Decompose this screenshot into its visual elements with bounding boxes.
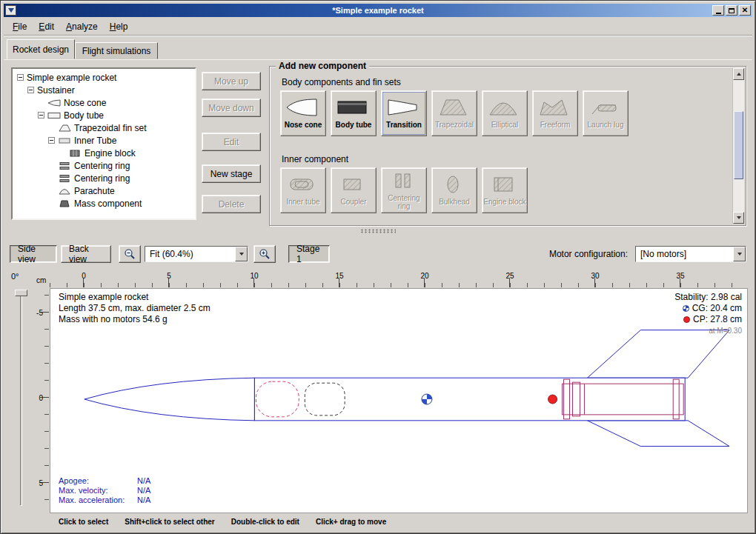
tree-item-rocket[interactable]: Simple example rocket <box>14 71 193 84</box>
zoom-select[interactable]: Fit (60.4%) <box>145 246 248 262</box>
add-inner-tube-button[interactable]: Inner tube <box>280 167 326 213</box>
tree-item-inner-tube[interactable]: Inner Tube <box>14 134 193 147</box>
tree-item-centering-ring-2[interactable]: Centering ring <box>14 172 193 184</box>
hint-click-drag: Click+ drag to move <box>316 518 386 526</box>
collapse-icon[interactable] <box>27 87 34 93</box>
side-view-button[interactable]: Side view <box>10 245 57 263</box>
trapezoidal-fin-icon <box>437 98 469 117</box>
add-launch-lug-button[interactable]: Launch lug <box>583 90 629 136</box>
inner-tube-icon <box>285 175 318 194</box>
zoom-in-button[interactable] <box>253 245 276 263</box>
new-stage-button[interactable]: New stage <box>202 164 261 183</box>
motor-configuration-select[interactable]: [No motors] <box>635 246 746 262</box>
splitter-handle[interactable] <box>1 227 755 235</box>
tree-item-engine-block[interactable]: Engine block <box>14 147 193 159</box>
stage-1-toggle[interactable]: Stage 1 <box>288 245 330 263</box>
ruler-tick-label: 35 <box>676 272 684 280</box>
engine-block-icon <box>68 150 82 157</box>
add-centering-ring-button[interactable]: Centering ring <box>381 167 427 213</box>
add-engine-block-button[interactable]: Engine block <box>482 167 528 213</box>
maximize-button[interactable] <box>726 5 737 16</box>
rotation-slider-track[interactable] <box>20 291 22 506</box>
scroll-up-button[interactable] <box>733 68 744 80</box>
hint-double-click: Double-click to edit <box>231 518 299 526</box>
zoom-out-button[interactable] <box>119 245 141 263</box>
cp-icon <box>683 316 690 323</box>
parachute-icon <box>58 187 71 195</box>
stability-value: Stability: 2.98 cal <box>674 292 742 303</box>
motor-configuration-value: [No motors] <box>636 247 733 261</box>
nose-cone-icon <box>47 99 61 107</box>
move-up-button[interactable]: Move up <box>202 72 261 90</box>
move-down-button[interactable]: Move down <box>202 99 261 117</box>
hint-click-select: Click to select <box>59 518 108 526</box>
tree-item-trapezoidal-fin-set[interactable]: Trapezoidal fin set <box>14 121 193 134</box>
back-view-button[interactable]: Back view <box>61 245 111 263</box>
window-menu-icon[interactable] <box>5 5 16 16</box>
delete-button[interactable]: Delete <box>202 195 261 213</box>
scroll-down-button[interactable] <box>733 212 744 224</box>
motor-configuration-label: Motor configuration: <box>549 249 628 259</box>
collapse-icon[interactable] <box>38 112 44 119</box>
hint-shift-click: Shift+click to select other <box>125 518 214 526</box>
tab-rocket-design[interactable]: Rocket design <box>7 39 75 59</box>
cp-value: CP: 27.8 cm <box>693 314 742 325</box>
tree-item-nose-cone[interactable]: Nose cone <box>14 96 193 109</box>
close-button[interactable]: ✕ <box>739 5 751 16</box>
chevron-down-icon[interactable] <box>733 247 746 261</box>
minimize-button[interactable] <box>712 5 724 16</box>
collapse-icon[interactable] <box>48 137 55 144</box>
component-panel-scrollbar[interactable] <box>732 68 744 224</box>
rotation-slider-handle[interactable] <box>15 290 27 296</box>
menu-help[interactable]: Help <box>104 20 134 33</box>
tree-item-centering-ring-1[interactable]: Centering ring <box>14 159 193 172</box>
chevron-down-icon[interactable] <box>235 247 248 261</box>
zoom-select-value: Fit (60.4%) <box>145 247 235 261</box>
add-coupler-button[interactable]: Coupler <box>331 167 377 213</box>
engine-block-icon <box>487 175 520 194</box>
window-controls: ✕ <box>712 5 751 16</box>
tree-item-sustainer[interactable]: Sustainer <box>14 84 193 96</box>
menu-file[interactable]: File <box>7 20 33 33</box>
menu-edit[interactable]: Edit <box>33 20 60 33</box>
centering-ring-icon <box>58 175 71 182</box>
app-window: *Simple example rocket ✕ File Edit Analy… <box>0 0 756 534</box>
rocket-dimensions: Length 37.5 cm, max. diameter 2.5 cm <box>59 303 210 314</box>
centering-ring-icon <box>58 162 71 170</box>
centering-ring-icon <box>386 171 419 190</box>
tab-flight-simulations[interactable]: Flight simulations <box>75 42 158 59</box>
mass-component-icon <box>58 200 71 207</box>
tree-item-mass-component[interactable]: Mass component <box>14 197 193 210</box>
zoom-out-icon <box>124 248 136 260</box>
add-new-component-group: Add new component Body components and fi… <box>269 66 746 226</box>
body-tube-icon <box>47 112 61 119</box>
body-component-buttons: Nose cone Body tube Transition Trapezoid… <box>280 90 629 136</box>
window-title: *Simple example rocket <box>4 6 752 15</box>
status-bar: Click to select Shift+click to select ot… <box>4 515 752 528</box>
mach-note: at M=0.30 <box>674 325 742 336</box>
rocket-name: Simple example rocket <box>59 292 210 303</box>
add-elliptical-fin-button[interactable]: Elliptical <box>482 90 528 136</box>
nose-cone-icon <box>285 98 318 117</box>
tree-item-body-tube[interactable]: Body tube <box>14 109 193 121</box>
transition-icon <box>386 98 419 117</box>
add-trapezoidal-fin-button[interactable]: Trapezoidal <box>431 90 477 136</box>
elliptical-fin-icon <box>487 98 520 117</box>
add-transition-button[interactable]: Transition <box>381 90 427 136</box>
add-bulkhead-button[interactable]: Bulkhead <box>431 167 477 213</box>
scrollbar-thumb[interactable] <box>734 111 743 179</box>
ruler-tick-label: 30 <box>591 272 599 280</box>
edit-button[interactable]: Edit <box>202 133 261 151</box>
add-nose-cone-button[interactable]: Nose cone <box>280 90 326 136</box>
add-body-tube-button[interactable]: Body tube <box>331 90 377 136</box>
design-canvas[interactable]: Simple example rocket Length 37.5 cm, ma… <box>50 288 748 513</box>
add-freeform-fin-button[interactable]: Freeform <box>532 90 578 136</box>
tab-panel-border <box>4 59 752 60</box>
ruler-tick-label: -5 <box>36 309 43 317</box>
tree-item-parachute[interactable]: Parachute <box>14 184 193 197</box>
inner-tube-icon <box>58 137 71 144</box>
collapse-icon[interactable] <box>17 74 24 81</box>
minimize-icon <box>716 13 721 14</box>
zoom-in-icon <box>259 248 271 260</box>
menu-analyze[interactable]: Analyze <box>60 20 104 33</box>
